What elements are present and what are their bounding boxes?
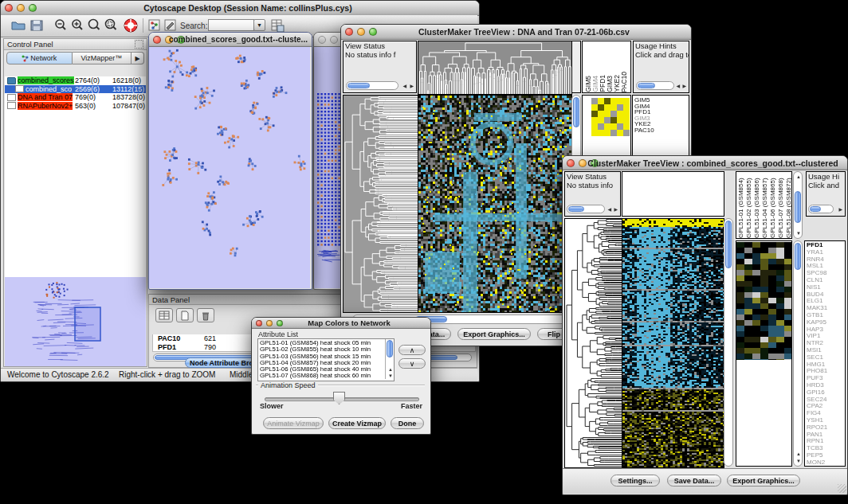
network1-titlebar[interactable]: combined_scores_good.txt--cluste...: [149, 33, 312, 47]
tv1-gene-item[interactable]: GIM3: [634, 115, 689, 122]
tv2-gene-item[interactable]: RPN1: [807, 438, 845, 445]
main-titlebar[interactable]: Cytoscape Desktop (Session Name: collins…: [1, 1, 479, 16]
tv2-gene-item[interactable]: CPA2: [807, 403, 845, 410]
tv2-usage-hscrollbar[interactable]: [808, 205, 834, 213]
network-table-row[interactable]: RNAPuberNov2+ 563(0) 107847(0): [5, 102, 146, 111]
tv2-gene-item[interactable]: HAP3: [807, 326, 845, 334]
scroll-down-arrow[interactable]: ▼: [388, 373, 393, 378]
tv2-gene-item[interactable]: ELG1: [807, 298, 845, 305]
scroll-left-arrow[interactable]: ◀: [676, 84, 680, 88]
close-button[interactable]: [153, 36, 161, 44]
tv2-column-label[interactable]: GPL51-06 (GSM865): [769, 172, 777, 238]
tab-network[interactable]: Network: [6, 52, 73, 64]
scroll-left-arrow[interactable]: ◀: [402, 84, 406, 88]
tv1-heatmap[interactable]: [418, 95, 572, 313]
float-panel-icon[interactable]: [135, 40, 143, 49]
tv1-status-hscrollbar[interactable]: [346, 81, 398, 90]
network-overview-icon[interactable]: [147, 18, 162, 33]
tv2-labels-vscrollbar[interactable]: ▲ ▼: [793, 171, 803, 239]
open-session-icon[interactable]: [10, 18, 26, 33]
treeview1-titlebar[interactable]: ClusterMaker TreeView : DNA and Tran 07-…: [341, 25, 691, 40]
tab-vizmapper[interactable]: VizMapper™: [73, 52, 132, 64]
tv2-save-data-button[interactable]: Save Data...: [667, 475, 721, 486]
attribute-list-vscrollbar[interactable]: ▲ ▼: [385, 339, 394, 379]
done-button[interactable]: Done: [391, 417, 424, 429]
tv1-column-dendrogram[interactable]: [418, 41, 572, 95]
tab-overflow-button[interactable]: ▶: [132, 52, 144, 64]
scroll-right-arrow[interactable]: ▶: [410, 84, 414, 88]
tv2-gene-item[interactable]: FIG4: [807, 410, 845, 417]
tv2-gene-item[interactable]: NTR2: [807, 340, 845, 347]
tv2-gene-item[interactable]: PUF3: [807, 375, 845, 382]
tv1-gene-item[interactable]: GIM5: [634, 97, 689, 104]
zoom-in-icon[interactable]: [70, 18, 84, 33]
tv2-column-label[interactable]: GPL51-08 (GSM872): [785, 172, 792, 238]
animate-vizmap-button[interactable]: Animate Vizmap: [263, 417, 324, 429]
close-button[interactable]: [5, 4, 13, 12]
tv2-heatmap[interactable]: [622, 218, 724, 468]
tv2-status-hscrollbar[interactable]: [567, 205, 605, 213]
attribute-item[interactable]: GPL51-04 (GSM857) heat shock 20 min: [258, 360, 384, 366]
tv2-gene-item[interactable]: SPC98: [807, 270, 845, 277]
tv1-column-label[interactable]: YKE2: [613, 75, 620, 92]
resize-grip[interactable]: [838, 484, 846, 493]
birdseye-navigator[interactable]: [5, 277, 146, 366]
attribute-select-button[interactable]: [155, 308, 173, 322]
animation-slider-thumb[interactable]: [333, 392, 345, 404]
close-button[interactable]: [345, 28, 353, 36]
network-table-row[interactable]: combined_scores 2764(0) 16218(0): [5, 76, 146, 85]
tv2-export-graphics-button[interactable]: Export Graphics...: [727, 475, 800, 486]
zoom-out-icon[interactable]: [53, 18, 68, 33]
tv2-gene-item[interactable]: TCB3: [807, 445, 845, 452]
import-table-icon[interactable]: [270, 18, 285, 33]
tv1-row-dendrogram[interactable]: [343, 95, 418, 313]
tv2-column-label[interactable]: GPL51-03 (GSM856): [753, 172, 761, 238]
tv2-column-label[interactable]: GPL51-02 (GSM855): [745, 172, 753, 238]
scroll-right-arrow[interactable]: ▶: [838, 207, 842, 212]
minimize-button[interactable]: [330, 36, 338, 44]
tv1-column-label[interactable]: PFD1: [599, 75, 606, 92]
tv2-gene-item[interactable]: NIS1: [807, 284, 845, 291]
scroll-up-arrow[interactable]: ▲: [388, 367, 393, 372]
tv2-column-label[interactable]: GPL51-04 (GSM857): [761, 172, 769, 238]
tv2-labels-vscroll-thumb[interactable]: [795, 191, 801, 223]
tv2-gene-item[interactable]: SEC24: [807, 397, 845, 404]
attribute-item[interactable]: GPL51-03 (GSM856) heat shock 15 min: [258, 354, 384, 360]
tv2-row-dendrogram[interactable]: [564, 218, 622, 468]
tv2-genes-vscrollbar[interactable]: ▲ ▼: [793, 240, 803, 467]
create-vizmap-button[interactable]: Create Vizmap: [328, 417, 386, 429]
close-button[interactable]: [567, 159, 575, 167]
scroll-up-arrow[interactable]: ▲: [796, 174, 801, 179]
close-button[interactable]: [256, 320, 262, 326]
tv1-gene-item[interactable]: YKE2: [634, 121, 689, 127]
tv2-heatmap-vscroll-thumb[interactable]: [725, 221, 732, 268]
tv2-gene-item[interactable]: YSH1: [807, 417, 845, 424]
search-input[interactable]: [208, 19, 254, 31]
attribute-item[interactable]: GPL51-06 (GSM865) heat shock 40 min: [258, 366, 384, 373]
tv1-gene-item[interactable]: PAC10: [634, 127, 689, 134]
tv1-column-label[interactable]: GIM4: [591, 76, 599, 92]
tv2-gene-item[interactable]: HMG1: [807, 361, 845, 369]
tv2-gene-item[interactable]: RNR4: [807, 256, 845, 264]
tv2-settings-button[interactable]: Settings...: [610, 475, 660, 486]
tv2-gene-item[interactable]: GPI16: [807, 389, 845, 397]
zoom-fit-icon[interactable]: [87, 18, 102, 33]
network-table-row[interactable]: DNA and Tran 07 769(0) 183728(0): [5, 93, 146, 102]
tv2-gene-item[interactable]: PHO81: [807, 368, 845, 375]
scroll-down-arrow[interactable]: ▼: [796, 231, 801, 236]
help-lifering-icon[interactable]: [123, 18, 139, 33]
tv2-gene-item[interactable]: PEP5: [807, 452, 845, 459]
scroll-right-arrow[interactable]: ▶: [614, 207, 618, 212]
scroll-down-arrow[interactable]: ▼: [796, 459, 801, 463]
new-attribute-button[interactable]: [176, 308, 194, 322]
attribute-item[interactable]: GPL51-07 (GSM868) heat shock 60 min: [258, 373, 384, 379]
tv1-heatmap-vscroll-thumb[interactable]: [573, 97, 579, 127]
tv2-gene-item[interactable]: MSI1: [807, 347, 845, 354]
tv1-column-label[interactable]: PAC10: [620, 72, 627, 92]
tv2-zoom-heatmap[interactable]: [736, 242, 791, 360]
move-down-button[interactable]: ∨: [398, 358, 426, 369]
tv2-gene-item[interactable]: MAK31: [807, 305, 845, 312]
scroll-up-arrow[interactable]: ▲: [796, 451, 801, 456]
delete-attribute-button[interactable]: [197, 308, 214, 322]
tv1-gene-item[interactable]: GIM4: [634, 104, 689, 110]
